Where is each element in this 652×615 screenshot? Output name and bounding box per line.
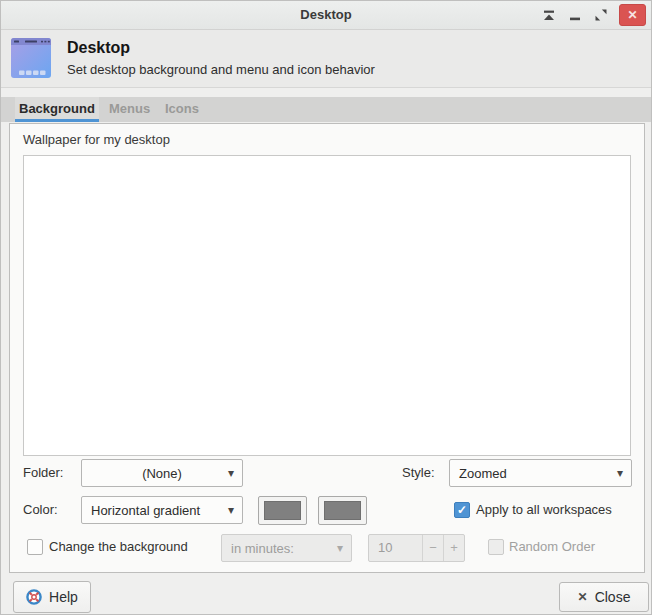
desktop-app-icon	[11, 38, 51, 78]
interval-spinner: 10 − +	[368, 534, 465, 562]
gradient-color-2-button[interactable]	[318, 496, 367, 525]
page-subtitle: Set desktop background and menu and icon…	[67, 62, 375, 77]
random-order-label: Random Order	[509, 533, 595, 561]
random-order-checkbox	[488, 539, 504, 555]
desktop-settings-window: Desktop	[0, 0, 652, 615]
tab-icons[interactable]: Icons	[161, 97, 203, 122]
wallpaper-list-label: Wallpaper for my desktop	[23, 132, 170, 147]
tab-background[interactable]: Background	[15, 97, 99, 122]
gradient-color-1-swatch	[264, 501, 301, 520]
interval-unit-value: in minutes:	[231, 541, 294, 556]
help-button[interactable]: Help	[13, 581, 91, 613]
close-button[interactable]: ✕ Close	[559, 582, 649, 612]
wallpaper-list[interactable]	[23, 155, 631, 456]
checkmark-icon: ✓	[457, 503, 467, 517]
folder-dropdown[interactable]: (None) ▾	[81, 459, 243, 487]
background-tab-page: Wallpaper for my desktop Folder: (None) …	[9, 123, 645, 573]
chevron-down-icon: ▾	[228, 503, 234, 517]
titlebar[interactable]: Desktop	[1, 1, 651, 30]
folder-label: Folder:	[23, 459, 63, 487]
change-background-label: Change the background	[49, 533, 188, 561]
minimize-button[interactable]	[567, 8, 582, 23]
interval-spinner-value: 10	[369, 535, 422, 561]
style-dropdown[interactable]: Zoomed ▾	[449, 459, 632, 487]
close-icon: ✕	[578, 590, 588, 604]
help-icon	[26, 589, 42, 605]
style-label: Style:	[402, 459, 435, 487]
unmaximize-button[interactable]	[593, 8, 608, 23]
color-type-dropdown[interactable]: Horizontal gradient ▾	[81, 496, 243, 524]
chevron-down-icon: ▾	[228, 466, 234, 480]
spinner-plus-button: +	[443, 535, 464, 561]
change-background-checkbox[interactable]	[27, 539, 43, 555]
spinner-minus-button: −	[422, 535, 443, 561]
help-button-label: Help	[49, 589, 78, 605]
minimize-icon	[568, 8, 582, 22]
chevron-down-icon: ▾	[617, 466, 623, 480]
interval-unit-dropdown: in minutes: ▾	[221, 534, 352, 562]
folder-dropdown-value: (None)	[142, 466, 182, 481]
gradient-color-2-swatch	[324, 501, 361, 520]
color-label: Color:	[23, 496, 58, 524]
color-type-dropdown-value: Horizontal gradient	[91, 503, 200, 518]
unmaximize-icon	[594, 8, 608, 22]
style-dropdown-value: Zoomed	[459, 466, 507, 481]
tab-menus[interactable]: Menus	[105, 97, 154, 122]
page-title: Desktop	[67, 39, 130, 57]
shade-icon	[542, 8, 556, 22]
chevron-down-icon: ▾	[337, 541, 343, 555]
shade-button[interactable]	[541, 8, 556, 23]
page-header: Desktop Set desktop background and menu …	[1, 30, 651, 88]
window-controls: ✕	[541, 1, 646, 29]
apply-all-workspaces-label: Apply to all workspaces	[476, 496, 612, 524]
apply-all-workspaces-checkbox[interactable]: ✓	[454, 502, 470, 518]
close-window-button[interactable]: ✕	[619, 4, 646, 26]
close-button-label: Close	[595, 589, 631, 605]
tabbar: Background Menus Icons	[1, 97, 651, 122]
gradient-color-1-button[interactable]	[258, 496, 307, 525]
close-window-icon: ✕	[627, 8, 637, 22]
